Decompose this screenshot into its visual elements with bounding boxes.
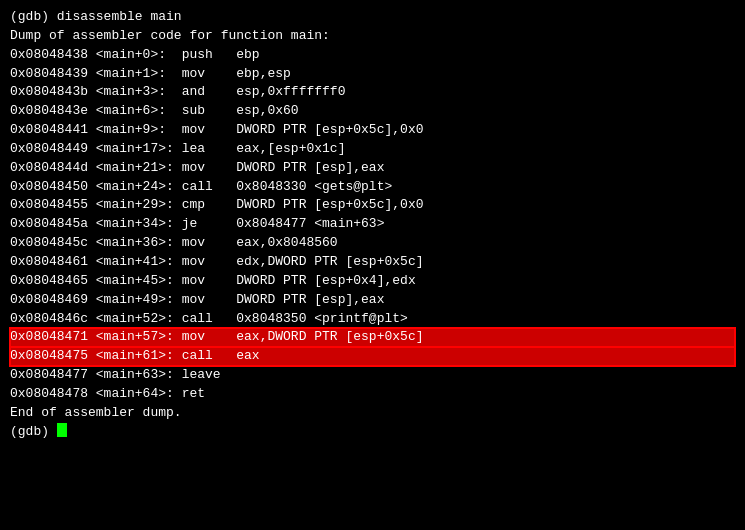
operand: 0x8048330 <gets@plt> bbox=[236, 178, 392, 197]
label: <main+1>: bbox=[88, 65, 182, 84]
instr: cmp bbox=[182, 196, 237, 215]
addr: 0x0804843b bbox=[10, 83, 88, 102]
asm-line-10: 0x08048455 <main+29>: cmp DWORD PTR [esp… bbox=[10, 196, 735, 215]
prompt-text: (gdb) bbox=[10, 423, 57, 442]
instr: mov bbox=[182, 121, 237, 140]
instr: ret bbox=[182, 385, 205, 404]
operand: esp,0xfffffff0 bbox=[236, 83, 345, 102]
asm-line-7: 0x08048449 <main+17>: lea eax,[esp+0x1c] bbox=[10, 140, 735, 159]
instr: leave bbox=[182, 366, 221, 385]
asm-line-6: 0x08048441 <main+9>: mov DWORD PTR [esp+… bbox=[10, 121, 735, 140]
addr: 0x0804845a bbox=[10, 215, 88, 234]
operand: DWORD PTR [esp+0x5c],0x0 bbox=[236, 196, 423, 215]
terminal: (gdb) disassemble mainDump of assembler … bbox=[0, 0, 745, 530]
asm-line-20: 0x08048478 <main+64>: ret bbox=[10, 385, 735, 404]
label: <main+36>: bbox=[88, 234, 182, 253]
instr: mov bbox=[182, 65, 237, 84]
instr: and bbox=[182, 83, 237, 102]
label: <main+9>: bbox=[88, 121, 182, 140]
line-1: Dump of assembler code for function main… bbox=[10, 27, 735, 46]
asm-highlight-line-17: 0x08048471 <main+57>: mov eax,DWORD PTR … bbox=[10, 328, 735, 347]
operand: DWORD PTR [esp+0x4],edx bbox=[236, 272, 415, 291]
asm-line-8: 0x0804844d <main+21>: mov DWORD PTR [esp… bbox=[10, 159, 735, 178]
instr: call bbox=[182, 347, 237, 366]
prompt-line[interactable]: (gdb) bbox=[10, 423, 735, 442]
asm-line-5: 0x0804843e <main+6>: sub esp,0x60 bbox=[10, 102, 735, 121]
asm-line-15: 0x08048469 <main+49>: mov DWORD PTR [esp… bbox=[10, 291, 735, 310]
operand: eax,DWORD PTR [esp+0x5c] bbox=[236, 328, 423, 347]
label: <main+29>: bbox=[88, 196, 182, 215]
operand: eax bbox=[236, 347, 259, 366]
instr: lea bbox=[182, 140, 237, 159]
instr: push bbox=[182, 46, 237, 65]
addr: 0x08048441 bbox=[10, 121, 88, 140]
label: <main+17>: bbox=[88, 140, 182, 159]
instr: mov bbox=[182, 253, 237, 272]
label: <main+57>: bbox=[88, 328, 182, 347]
instr: mov bbox=[182, 272, 237, 291]
instr: mov bbox=[182, 328, 237, 347]
asm-line-14: 0x08048465 <main+45>: mov DWORD PTR [esp… bbox=[10, 272, 735, 291]
operand: DWORD PTR [esp],eax bbox=[236, 291, 384, 310]
label: <main+0>: bbox=[88, 46, 182, 65]
addr: 0x0804843e bbox=[10, 102, 88, 121]
label: <main+63>: bbox=[88, 366, 182, 385]
label: <main+34>: bbox=[88, 215, 182, 234]
cursor bbox=[57, 423, 67, 437]
instr: mov bbox=[182, 234, 237, 253]
addr: 0x08048455 bbox=[10, 196, 88, 215]
operand: 0x8048350 <printf@plt> bbox=[236, 310, 408, 329]
addr: 0x08048477 bbox=[10, 366, 88, 385]
line-text: Dump of assembler code for function main… bbox=[10, 27, 330, 46]
label: <main+3>: bbox=[88, 83, 182, 102]
asm-highlight-line-18: 0x08048475 <main+61>: call eax bbox=[10, 347, 735, 366]
asm-line-13: 0x08048461 <main+41>: mov edx,DWORD PTR … bbox=[10, 253, 735, 272]
instr: mov bbox=[182, 159, 237, 178]
instr: mov bbox=[182, 291, 237, 310]
label: <main+49>: bbox=[88, 291, 182, 310]
addr: 0x08048438 bbox=[10, 46, 88, 65]
addr: 0x08048475 bbox=[10, 347, 88, 366]
addr: 0x08048465 bbox=[10, 272, 88, 291]
asm-line-2: 0x08048438 <main+0>: push ebp bbox=[10, 46, 735, 65]
addr: 0x08048461 bbox=[10, 253, 88, 272]
operand: edx,DWORD PTR [esp+0x5c] bbox=[236, 253, 423, 272]
asm-line-11: 0x0804845a <main+34>: je 0x8048477 <main… bbox=[10, 215, 735, 234]
instr: sub bbox=[182, 102, 237, 121]
addr: 0x08048471 bbox=[10, 328, 88, 347]
operand: eax,[esp+0x1c] bbox=[236, 140, 345, 159]
instr: je bbox=[182, 215, 237, 234]
label: <main+52>: bbox=[88, 310, 182, 329]
addr: 0x0804844d bbox=[10, 159, 88, 178]
addr: 0x08048450 bbox=[10, 178, 88, 197]
addr: 0x0804846c bbox=[10, 310, 88, 329]
operand: DWORD PTR [esp],eax bbox=[236, 159, 384, 178]
asm-line-19: 0x08048477 <main+63>: leave bbox=[10, 366, 735, 385]
label: <main+45>: bbox=[88, 272, 182, 291]
operand: eax,0x8048560 bbox=[236, 234, 337, 253]
operand: ebp bbox=[236, 46, 259, 65]
asm-line-4: 0x0804843b <main+3>: and esp,0xfffffff0 bbox=[10, 83, 735, 102]
addr: 0x0804845c bbox=[10, 234, 88, 253]
instr: call bbox=[182, 310, 237, 329]
line-text: End of assembler dump. bbox=[10, 404, 182, 423]
asm-line-3: 0x08048439 <main+1>: mov ebp,esp bbox=[10, 65, 735, 84]
operand: DWORD PTR [esp+0x5c],0x0 bbox=[236, 121, 423, 140]
label: <main+24>: bbox=[88, 178, 182, 197]
asm-line-9: 0x08048450 <main+24>: call 0x8048330 <ge… bbox=[10, 178, 735, 197]
label: <main+41>: bbox=[88, 253, 182, 272]
label: <main+64>: bbox=[88, 385, 182, 404]
label: <main+6>: bbox=[88, 102, 182, 121]
operand: 0x8048477 <main+63> bbox=[236, 215, 384, 234]
operand: esp,0x60 bbox=[236, 102, 298, 121]
addr: 0x08048439 bbox=[10, 65, 88, 84]
operand: ebp,esp bbox=[236, 65, 291, 84]
asm-line-16: 0x0804846c <main+52>: call 0x8048350 <pr… bbox=[10, 310, 735, 329]
addr: 0x08048449 bbox=[10, 140, 88, 159]
instr: call bbox=[182, 178, 237, 197]
line-text: (gdb) disassemble main bbox=[10, 8, 182, 27]
line-0: (gdb) disassemble main bbox=[10, 8, 735, 27]
label: <main+61>: bbox=[88, 347, 182, 366]
asm-line-12: 0x0804845c <main+36>: mov eax,0x8048560 bbox=[10, 234, 735, 253]
addr: 0x08048469 bbox=[10, 291, 88, 310]
